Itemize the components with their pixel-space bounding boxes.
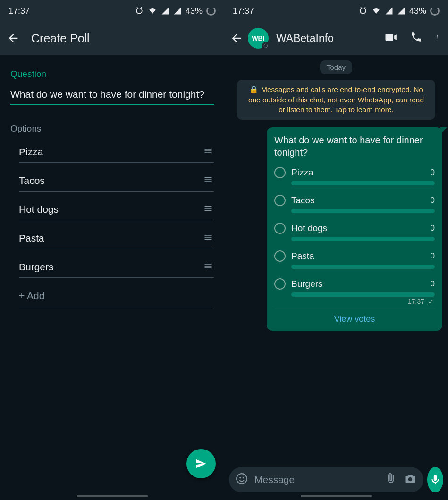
- alarm-icon: [358, 6, 368, 16]
- avatar-text: WBI: [252, 34, 264, 42]
- signal-icon: [385, 7, 393, 15]
- signal-icon: [173, 7, 182, 15]
- back-button[interactable]: [6, 31, 21, 46]
- option-row: [19, 204, 214, 220]
- video-call-button[interactable]: [384, 31, 397, 46]
- paperclip-icon: [385, 473, 397, 485]
- poll-option-label: Pizza: [291, 167, 425, 178]
- poll-bar: [291, 209, 435, 213]
- svg-point-3: [437, 38, 438, 39]
- radio-icon: [274, 223, 286, 234]
- contact-avatar[interactable]: WBI: [248, 28, 269, 49]
- status-icons: 43%: [358, 6, 440, 16]
- message-meta: 17:37: [274, 298, 435, 305]
- poll-message-bubble: What do we want to have for dinner tonig…: [267, 127, 442, 331]
- signal-icon: [161, 7, 169, 15]
- emoji-icon: [236, 473, 248, 485]
- loading-ring-icon: [430, 6, 440, 16]
- drag-handle-icon[interactable]: [203, 175, 214, 186]
- radio-icon: [274, 195, 286, 206]
- poll-option-count: 0: [431, 251, 435, 261]
- option-input[interactable]: [19, 261, 203, 273]
- message-input[interactable]: [254, 474, 378, 485]
- check-icon: [426, 298, 435, 305]
- option-row: [19, 233, 214, 249]
- poll-option-count: 0: [431, 168, 435, 177]
- svg-point-6: [243, 477, 244, 478]
- message-box: [229, 467, 423, 492]
- contact-name[interactable]: WABetaInfo: [276, 32, 380, 45]
- svg-point-7: [408, 477, 412, 481]
- poll-option-count: 0: [431, 196, 435, 205]
- poll-option[interactable]: Pizza 0: [274, 167, 435, 178]
- svg-point-2: [437, 36, 438, 37]
- status-battery: 43%: [409, 6, 426, 16]
- drag-handle-icon[interactable]: [203, 204, 214, 215]
- poll-option[interactable]: Pasta 0: [274, 250, 435, 262]
- date-chip: Today: [320, 60, 352, 74]
- wifi-icon: [372, 7, 381, 15]
- drag-handle-icon[interactable]: [203, 233, 214, 244]
- poll-bar: [291, 292, 435, 297]
- loading-ring-icon: [206, 6, 216, 16]
- emoji-button[interactable]: [236, 473, 248, 487]
- poll-option[interactable]: Tacos 0: [274, 195, 435, 206]
- poll-option-count: 0: [431, 224, 435, 233]
- arrow-left-icon: [7, 32, 20, 45]
- radio-icon: [274, 250, 286, 262]
- poll-bar: [291, 181, 435, 185]
- option-row: [19, 146, 214, 163]
- mic-button[interactable]: [427, 467, 443, 492]
- drag-handle-icon[interactable]: [203, 261, 214, 273]
- chat-app-bar: WBI WABetaInfo: [224, 22, 448, 55]
- voice-call-button[interactable]: [410, 31, 423, 46]
- add-option-button[interactable]: + Add: [19, 290, 214, 308]
- option-input[interactable]: [19, 233, 203, 244]
- view-votes-button[interactable]: View votes: [274, 309, 435, 326]
- phone-icon: [410, 31, 423, 43]
- nav-pill: [77, 495, 148, 497]
- send-icon: [194, 457, 208, 470]
- option-row: [19, 261, 214, 278]
- settings-dots-icon: [263, 43, 268, 48]
- option-row: [19, 175, 214, 192]
- app-bar: Create Poll: [0, 22, 224, 55]
- question-label: Question: [10, 69, 214, 79]
- send-poll-button[interactable]: [186, 449, 216, 478]
- option-input[interactable]: [19, 204, 203, 215]
- mic-icon: [429, 474, 441, 486]
- status-time: 17:37: [8, 6, 30, 16]
- status-time: 17:37: [233, 6, 254, 16]
- poll-question: What do we want to have for dinner tonig…: [274, 134, 435, 158]
- svg-point-4: [237, 474, 247, 484]
- poll-option-label: Pasta: [291, 251, 425, 261]
- encryption-text: Messages and calls are end-to-end encryp…: [248, 85, 424, 114]
- page-title: Create Poll: [31, 32, 90, 45]
- poll-option[interactable]: Burgers 0: [274, 278, 435, 290]
- more-button[interactable]: [436, 31, 440, 46]
- option-input[interactable]: [19, 175, 203, 186]
- radio-icon: [274, 167, 286, 178]
- option-input[interactable]: [19, 146, 203, 158]
- back-button[interactable]: [229, 31, 244, 46]
- camera-icon: [404, 472, 417, 485]
- attach-button[interactable]: [385, 473, 397, 487]
- poll-option-label: Burgers: [291, 279, 425, 289]
- alarm-icon: [135, 6, 144, 16]
- poll-option-label: Hot dogs: [291, 223, 425, 233]
- question-input[interactable]: [10, 86, 214, 105]
- video-icon: [384, 31, 397, 44]
- camera-button[interactable]: [404, 472, 417, 487]
- options-label: Options: [10, 124, 214, 134]
- lock-icon: 🔒: [249, 84, 258, 95]
- svg-point-1: [437, 35, 438, 36]
- poll-option[interactable]: Hot dogs 0: [274, 223, 435, 234]
- status-bar: 17:37 43%: [224, 0, 448, 22]
- message-time: 17:37: [408, 298, 424, 305]
- svg-point-5: [239, 477, 241, 478]
- svg-point-0: [264, 44, 268, 48]
- encryption-notice[interactable]: 🔒Messages and calls are end-to-end encry…: [237, 80, 435, 120]
- arrow-left-icon: [230, 32, 243, 45]
- drag-handle-icon[interactable]: [203, 146, 214, 158]
- wifi-icon: [148, 7, 157, 15]
